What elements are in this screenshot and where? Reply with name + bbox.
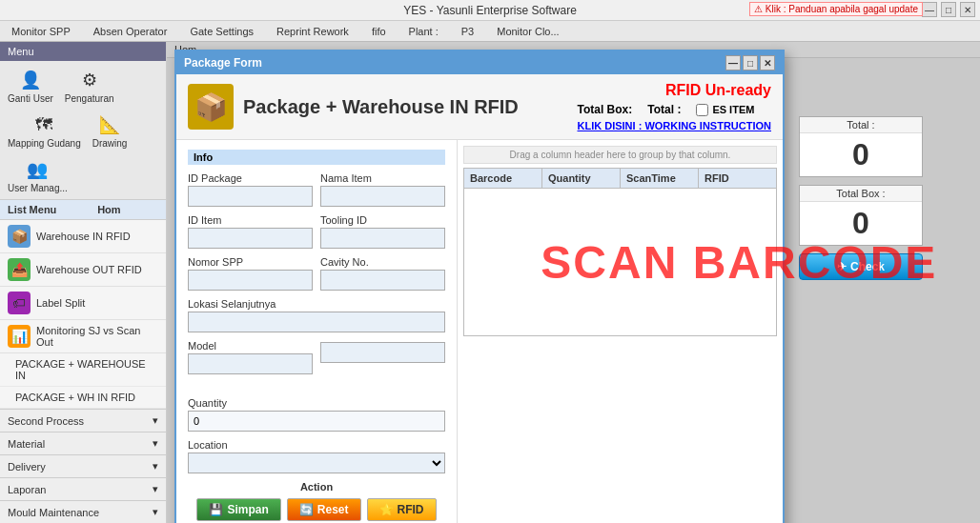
sidebar-warehouse-in-label: Warehouse IN RFID bbox=[36, 231, 131, 242]
update-notice[interactable]: ⚠ Klik : Panduan apabila gagal update bbox=[749, 2, 923, 16]
sidebar-item-warehouse-out-rfid[interactable]: 📤 Warehouse OUT RFID bbox=[0, 253, 166, 287]
sidebar-item-warehouse-in-rfid[interactable]: 📦 Warehouse IN RFID bbox=[0, 220, 166, 253]
tool-mapping[interactable]: 🗺 Mapping Gudang bbox=[4, 110, 85, 151]
monitoring-icon: 📊 bbox=[8, 325, 31, 348]
nav-plant-value: P3 bbox=[450, 24, 485, 39]
tool-ganti-user-label: Ganti User bbox=[8, 93, 53, 104]
rfid-button[interactable]: ⭐ RFID bbox=[367, 498, 437, 521]
sidebar-item-package-wh-in[interactable]: PACKAGE + WAREHOUSE IN bbox=[0, 353, 166, 387]
tool-drawing[interactable]: 📐 Drawing bbox=[89, 110, 132, 151]
total-box-value: 0 bbox=[800, 202, 922, 245]
nav-absen-operator[interactable]: Absen Operator bbox=[82, 24, 179, 39]
close-button[interactable]: ✕ bbox=[960, 2, 975, 17]
sidebar-monitoring-label: Monitoring SJ vs Scan Out bbox=[36, 325, 158, 348]
total-box-box-label: Total Box : bbox=[800, 186, 922, 202]
sidebar-item-monitoring[interactable]: 📊 Monitoring SJ vs Scan Out bbox=[0, 320, 166, 353]
sidebar: Menu 👤 Ganti User ⚙ Pengaturan 🗺 Mapping… bbox=[0, 42, 167, 523]
warehouse-out-icon: 📤 bbox=[8, 258, 31, 281]
sidebar-label-split-label: Label Split bbox=[36, 297, 85, 309]
nav-monitor-clo[interactable]: Monitor Clo... bbox=[485, 24, 570, 39]
working-instruction-link[interactable]: KLIK DISINI : WORKING INSTRUCTION bbox=[578, 120, 772, 131]
id-item-label: ID Item bbox=[188, 214, 313, 226]
nama-item-input[interactable] bbox=[320, 186, 445, 207]
warehouse-in-icon: 📦 bbox=[8, 225, 31, 248]
modal-titlebar: Package Form — □ ✕ bbox=[176, 51, 783, 74]
modal-header-right: RFID Un-ready Total Box: Total : ES ITEM… bbox=[578, 82, 772, 131]
es-item-label: ES ITEM bbox=[712, 104, 754, 115]
info-label: Info bbox=[188, 150, 445, 165]
rfid-status: RFID Un-ready bbox=[578, 82, 772, 99]
simpan-button[interactable]: 💾 Simpan bbox=[196, 498, 280, 521]
nomor-spp-input[interactable] bbox=[188, 270, 313, 291]
totals-panel: Total : 0 Total Box : 0 ✈ Check bbox=[799, 116, 923, 280]
nav-fifo[interactable]: fifo bbox=[360, 24, 398, 39]
sidebar-section-delivery-header[interactable]: Delivery▾ bbox=[0, 455, 166, 477]
nav-plant-label: Plant : bbox=[398, 24, 450, 39]
total-box-header-label: Total Box: bbox=[578, 103, 633, 116]
id-package-input[interactable] bbox=[188, 186, 313, 207]
model-input-1[interactable] bbox=[188, 353, 313, 374]
field-nomor-spp: Nomor SPP bbox=[188, 256, 313, 291]
tool-pengaturan[interactable]: ⚙ Pengaturan bbox=[61, 65, 118, 106]
sidebar-item-package-wh-in-rfid[interactable]: PACKAGE + WH IN RFID bbox=[0, 387, 166, 409]
grid-header: Barcode Quantity ScanTime RFID bbox=[463, 168, 777, 189]
nav-monitor-spp[interactable]: Monitor SPP bbox=[0, 24, 82, 39]
form-row-id-item-tooling: ID Item Tooling ID bbox=[188, 214, 445, 249]
form-row-spp-cavity: Nomor SPP Cavity No. bbox=[188, 256, 445, 291]
package-icon: 📦 bbox=[188, 84, 234, 130]
sidebar-section-delivery: Delivery▾ bbox=[0, 454, 166, 477]
modal-maximize-button[interactable]: □ bbox=[743, 55, 758, 70]
sidebar-section-material-header[interactable]: Material▾ bbox=[0, 432, 166, 454]
modal-header-title: Package + Warehouse IN RFID bbox=[243, 96, 519, 118]
modal-minimize-button[interactable]: — bbox=[725, 55, 741, 70]
field-model-2 bbox=[320, 340, 445, 374]
field-id-item: ID Item bbox=[188, 214, 313, 249]
nav-reprint-rework[interactable]: Reprint Rework bbox=[265, 24, 360, 39]
cavity-no-label: Cavity No. bbox=[320, 256, 445, 268]
location-label: Location bbox=[188, 439, 445, 451]
check-button[interactable]: ✈ Check bbox=[799, 253, 923, 280]
sidebar-section-laporan-header[interactable]: Laporan▾ bbox=[0, 478, 166, 500]
users-icon: 👥 bbox=[24, 156, 51, 183]
id-item-input[interactable] bbox=[188, 228, 313, 249]
total-box-box: Total Box : 0 bbox=[799, 185, 923, 246]
field-id-package: ID Package bbox=[188, 172, 313, 207]
field-model: Model bbox=[188, 340, 313, 374]
modal-close-button[interactable]: ✕ bbox=[760, 55, 775, 70]
menu-button[interactable]: Menu bbox=[0, 42, 166, 61]
nav-gate-settings[interactable]: Gate Settings bbox=[178, 24, 265, 39]
tool-user-manag[interactable]: 👥 User Manag... bbox=[4, 154, 71, 195]
lokasi-input[interactable] bbox=[188, 312, 445, 332]
col-barcode: Barcode bbox=[464, 169, 542, 188]
form-row-lokasi: Lokasi Selanjutnya bbox=[188, 298, 445, 332]
model-input-2[interactable] bbox=[320, 342, 445, 363]
tooling-id-input[interactable] bbox=[320, 228, 445, 249]
sidebar-section-material: Material▾ bbox=[0, 432, 166, 454]
tooling-id-label: Tooling ID bbox=[320, 214, 445, 226]
simpan-label: Simpan bbox=[227, 503, 268, 516]
grid-body: SCAN BARCODE bbox=[463, 189, 777, 336]
maximize-button[interactable]: □ bbox=[941, 2, 956, 17]
cavity-no-input[interactable] bbox=[320, 270, 445, 291]
sidebar-section-second-process-header[interactable]: Second Process▾ bbox=[0, 410, 166, 432]
nama-item-label: Nama Item bbox=[320, 172, 445, 184]
minimize-button[interactable]: — bbox=[922, 2, 937, 17]
map-icon: 🗺 bbox=[31, 111, 57, 138]
drawing-icon: 📐 bbox=[96, 111, 123, 138]
main-layout: Menu 👤 Ganti User ⚙ Pengaturan 🗺 Mapping… bbox=[0, 42, 980, 523]
nav-bar: Monitor SPP Absen Operator Gate Settings… bbox=[0, 21, 980, 42]
location-select[interactable] bbox=[188, 453, 445, 473]
window-controls: — □ ✕ bbox=[922, 2, 975, 17]
quantity-input[interactable] bbox=[188, 411, 445, 432]
form-row-id-package-nama: ID Package Nama Item bbox=[188, 172, 445, 207]
tool-ganti-user[interactable]: 👤 Ganti User bbox=[4, 65, 57, 106]
reset-button[interactable]: 🔄 Reset bbox=[287, 498, 361, 521]
field-quantity: Quantity bbox=[188, 397, 445, 432]
total-header-label: Total : bbox=[647, 103, 681, 116]
es-item-check[interactable] bbox=[696, 104, 708, 116]
field-cavity-no: Cavity No. bbox=[320, 256, 445, 291]
sidebar-section-mould-header[interactable]: Mould Maintenance▾ bbox=[0, 501, 166, 523]
col-scantime: ScanTime bbox=[621, 169, 699, 188]
model-label: Model bbox=[188, 340, 313, 352]
sidebar-item-label-split[interactable]: 🏷 Label Split bbox=[0, 287, 166, 320]
